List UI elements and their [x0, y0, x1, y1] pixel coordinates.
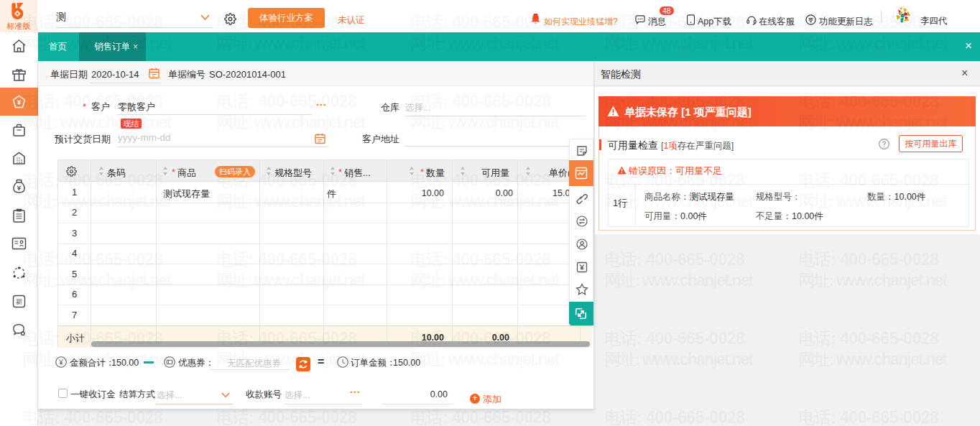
svg-text:新: 新: [16, 298, 22, 305]
